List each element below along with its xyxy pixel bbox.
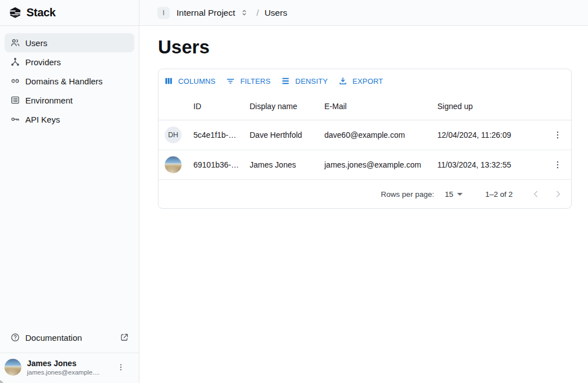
header-signed-up[interactable]: Signed up [432, 102, 544, 111]
external-link-icon [120, 333, 129, 342]
pagination-range: 1–2 of 2 [485, 190, 513, 199]
row-menu-icon[interactable] [553, 160, 563, 170]
cell-display-name: Dave Herthfold [244, 130, 319, 139]
export-icon [338, 76, 348, 86]
rows-per-page-select[interactable]: 15 [445, 190, 463, 199]
avatar [165, 156, 182, 173]
sidebar-item-api-keys[interactable]: API Keys [4, 110, 134, 129]
export-label: EXPORT [352, 77, 383, 85]
chevron-right-icon [553, 188, 564, 200]
density-icon [281, 76, 291, 86]
caret-down-icon [457, 193, 463, 196]
breadcrumb-current: Users [264, 8, 287, 18]
app-title: Stack [26, 6, 56, 19]
table-row[interactable]: 69101b36-… James Jones james.jones@examp… [159, 150, 571, 180]
main: I Internal Project / Users Users [139, 0, 588, 383]
table-footer: Rows per page: 15 1–2 of 2 [159, 180, 571, 208]
table-toolbar: COLUMNS FILTERS DENSITY [159, 69, 571, 93]
cell-signed-up: 11/03/2024, 13:32:55 [432, 160, 544, 169]
cell-signed-up: 12/04/2024, 11:26:09 [432, 130, 544, 139]
sidebar-user[interactable]: James Jones james.jones@example.... [0, 353, 139, 383]
sidebar-item-domains-handlers[interactable]: Domains & Handlers [4, 71, 134, 91]
pager [528, 186, 566, 202]
export-button[interactable]: EXPORT [334, 74, 387, 88]
sidebar-header: Stack [0, 0, 139, 26]
list-box-icon [10, 95, 20, 105]
density-label: DENSITY [295, 77, 328, 85]
user-name: James Jones [27, 359, 99, 368]
density-button[interactable]: DENSITY [277, 74, 332, 88]
filters-label: FILTERS [240, 77, 270, 85]
columns-icon [164, 76, 174, 86]
help-icon [10, 332, 20, 343]
project-switcher-icon[interactable] [240, 8, 248, 17]
cell-id: 69101b36-… [188, 160, 244, 169]
user-meta: James Jones james.jones@example.... [27, 359, 99, 376]
documentation-link[interactable]: Documentation [4, 328, 134, 347]
sidebar-item-users[interactable]: Users [4, 33, 134, 52]
user-menu-icon[interactable] [116, 363, 125, 372]
avatar [4, 359, 21, 376]
sidebar-item-providers[interactable]: Providers [4, 52, 134, 71]
row-actions-cell [544, 160, 571, 170]
user-email: james.jones@example.... [27, 369, 99, 376]
users-table-card: COLUMNS FILTERS DENSITY [158, 69, 572, 209]
columns-label: COLUMNS [178, 77, 215, 85]
users-icon [10, 38, 20, 48]
cell-email: dave60@example.com [319, 130, 432, 139]
cell-id: 5c4e1f1b-… [188, 130, 244, 139]
filters-icon [225, 76, 236, 86]
avatar: DH [165, 127, 182, 143]
sidebar-item-environment[interactable]: Environment [4, 91, 134, 110]
chevron-left-icon [530, 188, 541, 200]
app-root: Stack Users [0, 0, 588, 383]
columns-button[interactable]: COLUMNS [160, 74, 219, 88]
rows-per-page-label: Rows per page: [381, 190, 435, 199]
header-email[interactable]: E-Mail [319, 102, 432, 111]
header-display-name[interactable]: Display name [244, 102, 319, 111]
previous-page-button[interactable] [528, 186, 544, 202]
sidebar-item-label: Users [25, 38, 47, 48]
page-title: Users [158, 38, 588, 56]
sidebar-item-label: Domains & Handlers [25, 76, 103, 86]
topbar: I Internal Project / Users [139, 0, 588, 26]
link-icon [10, 76, 20, 86]
row-avatar-cell: DH [159, 127, 188, 143]
breadcrumb-separator: / [256, 8, 259, 17]
sidebar-item-label: Environment [25, 96, 73, 105]
row-avatar-cell [159, 156, 188, 173]
project-name[interactable]: Internal Project [177, 8, 235, 18]
key-icon [10, 114, 20, 124]
rows-per-page-value: 15 [445, 190, 453, 199]
sidebar-nav: Users Providers Domai [0, 26, 139, 136]
sidebar: Stack Users [0, 0, 139, 383]
project-badge[interactable]: I [157, 7, 170, 19]
next-page-button[interactable] [550, 186, 566, 202]
sidebar-item-label: Providers [25, 57, 61, 67]
hub-icon [10, 57, 20, 67]
header-id[interactable]: ID [188, 102, 244, 111]
sidebar-item-label: API Keys [25, 115, 60, 124]
sidebar-bottom: Documentation James Jones james.jones@ex… [0, 328, 139, 383]
cell-email: james.jones@example.com [319, 160, 432, 169]
stack-logo-icon [9, 7, 21, 19]
documentation-label: Documentation [25, 333, 82, 343]
row-menu-icon[interactable] [553, 130, 563, 140]
table-header-row: ID Display name E-Mail Signed up [159, 93, 571, 120]
table-row[interactable]: DH 5c4e1f1b-… Dave Herthfold dave60@exam… [159, 120, 571, 150]
row-actions-cell [544, 130, 571, 140]
content: Users COLUMNS [139, 26, 588, 209]
filters-button[interactable]: FILTERS [221, 74, 274, 88]
cell-display-name: James Jones [244, 160, 319, 169]
